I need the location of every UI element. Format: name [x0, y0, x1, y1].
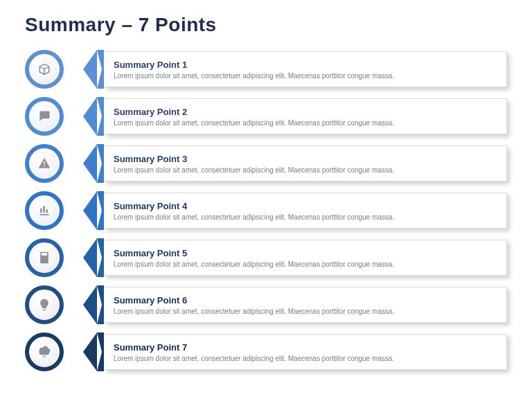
- summary-point-body: Lorem ipsum dolor sit amet, consectetuer…: [114, 307, 497, 317]
- medallion: [25, 285, 64, 324]
- chevron-left-icon: [83, 332, 97, 371]
- medallion: [25, 50, 64, 89]
- chevron-left-icon: [83, 50, 97, 89]
- summary-point-title: Summary Point 1: [114, 60, 497, 70]
- chevron-left-icon: [83, 191, 97, 230]
- list-item: Summary Point 7 Lorem ipsum dolor sit am…: [25, 332, 507, 371]
- summary-card: Summary Point 3 Lorem ipsum dolor sit am…: [104, 145, 507, 181]
- chevron-left-icon: [83, 97, 97, 136]
- summary-point-body: Lorem ipsum dolor sit amet, consectetuer…: [114, 213, 497, 222]
- summary-card: Summary Point 2 Lorem ipsum dolor sit am…: [104, 98, 507, 134]
- summary-point-title: Summary Point 3: [114, 154, 497, 164]
- summary-card: Summary Point 1 Lorem ipsum dolor sit am…: [104, 51, 507, 87]
- medallion: [25, 97, 64, 136]
- summary-point-body: Lorem ipsum dolor sit amet, consectetuer…: [114, 260, 497, 269]
- medallion: [25, 332, 64, 371]
- summary-point-title: Summary Point 6: [114, 295, 497, 305]
- summary-card: Summary Point 4 Lorem ipsum dolor sit am…: [104, 193, 507, 229]
- summary-point-body: Lorem ipsum dolor sit amet, consectetuer…: [114, 354, 497, 364]
- summary-point-title: Summary Point 2: [114, 107, 497, 117]
- chat-icon: [30, 103, 58, 130]
- list-item: Summary Point 4 Lorem ipsum dolor sit am…: [25, 191, 507, 230]
- list-item: Summary Point 5 Lorem ipsum dolor sit am…: [25, 238, 507, 277]
- list-item: Summary Point 2 Lorem ipsum dolor sit am…: [25, 97, 507, 136]
- summary-card: Summary Point 6 Lorem ipsum dolor sit am…: [104, 287, 507, 323]
- summary-card: Summary Point 7 Lorem ipsum dolor sit am…: [104, 334, 507, 370]
- list-item: Summary Point 6 Lorem ipsum dolor sit am…: [25, 285, 507, 324]
- chevron-left-icon: [83, 285, 97, 324]
- summary-point-title: Summary Point 7: [114, 342, 497, 353]
- summary-list: Summary Point 1 Lorem ipsum dolor sit am…: [25, 50, 507, 371]
- medallion: [25, 191, 64, 230]
- summary-point-title: Summary Point 5: [114, 248, 497, 258]
- bar-chart-icon: [30, 197, 58, 224]
- cloud-gear-icon: [30, 338, 58, 366]
- warning-icon: [30, 150, 58, 177]
- calculator-icon: [30, 244, 58, 272]
- list-item: Summary Point 3 Lorem ipsum dolor sit am…: [25, 144, 507, 183]
- box-icon: [30, 55, 58, 83]
- chevron-left-icon: [83, 144, 97, 183]
- chevron-left-icon: [83, 238, 97, 277]
- list-item: Summary Point 1 Lorem ipsum dolor sit am…: [25, 50, 507, 89]
- medallion: [25, 238, 64, 277]
- lightbulb-icon: [30, 291, 58, 319]
- summary-point-title: Summary Point 4: [114, 201, 497, 211]
- summary-point-body: Lorem ipsum dolor sit amet, consectetuer…: [114, 71, 497, 81]
- summary-point-body: Lorem ipsum dolor sit amet, consectetuer…: [114, 166, 497, 175]
- summary-card: Summary Point 5 Lorem ipsum dolor sit am…: [104, 240, 507, 276]
- medallion: [25, 144, 64, 183]
- summary-point-body: Lorem ipsum dolor sit amet, consectetuer…: [114, 118, 497, 128]
- page-title: Summary – 7 Points: [25, 14, 507, 36]
